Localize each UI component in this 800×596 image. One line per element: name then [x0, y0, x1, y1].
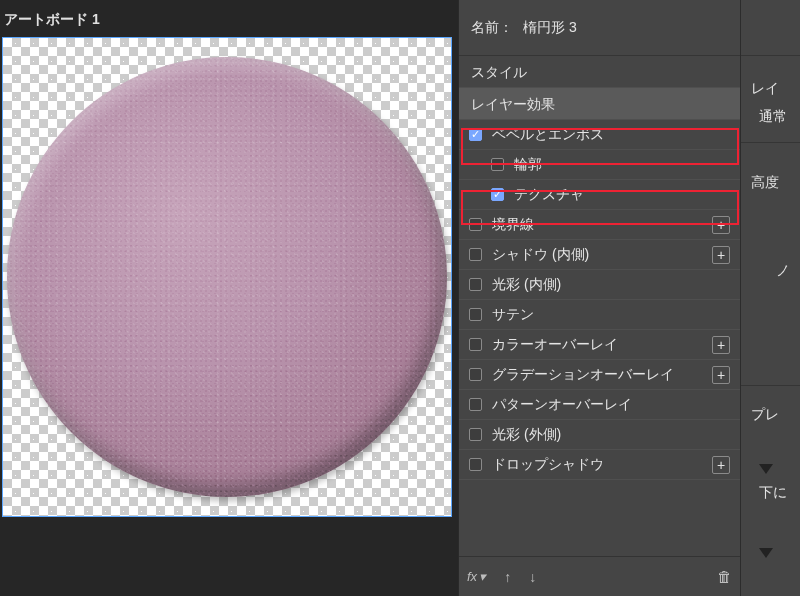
panel-footer: fx▾ ↑ ↓ 🗑 — [459, 556, 740, 596]
checkbox-pattern-overlay[interactable] — [469, 398, 482, 411]
arrow-down-icon[interactable]: ↓ — [529, 569, 536, 585]
right-title-layer: レイ — [741, 66, 800, 108]
label-color-overlay: カラーオーバーレイ — [492, 336, 712, 354]
label-satin: サテン — [492, 306, 730, 324]
right-title-height: 高度 — [741, 160, 800, 202]
slider-2[interactable] — [741, 518, 800, 568]
arrow-up-icon[interactable]: ↑ — [504, 569, 511, 585]
right-below: 下に — [741, 484, 800, 518]
fx-icon[interactable]: fx▾ — [467, 569, 486, 584]
ellipse-shape[interactable] — [7, 57, 447, 497]
plus-icon[interactable]: + — [712, 216, 730, 234]
checkbox-drop-shadow[interactable] — [469, 458, 482, 471]
checkbox-outer-glow[interactable] — [469, 428, 482, 441]
ellipse-wrap — [7, 57, 447, 497]
label-contour: 輪郭 — [514, 156, 730, 174]
label-bevel: ベベルとエンボス — [492, 126, 730, 144]
row-inner-shadow[interactable]: シャドウ (内側) + — [459, 240, 740, 270]
label-pattern-overlay: パターンオーバーレイ — [492, 396, 730, 414]
checkbox-texture[interactable] — [491, 188, 504, 201]
label-stroke: 境界線 — [492, 216, 712, 234]
right-group-1: レイ 通常 — [741, 56, 800, 142]
section-layer-effect[interactable]: レイヤー効果 — [459, 88, 740, 120]
row-bevel-emboss[interactable]: ベベルとエンボス — [459, 120, 740, 150]
label-inner-glow: 光彩 (内側) — [492, 276, 730, 294]
row-satin[interactable]: サテン — [459, 300, 740, 330]
label-drop-shadow: ドロップシャドウ — [492, 456, 712, 474]
row-outer-glow[interactable]: 光彩 (外側) — [459, 420, 740, 450]
row-stroke[interactable]: 境界線 + — [459, 210, 740, 240]
row-pattern-overlay[interactable]: パターンオーバーレイ — [459, 390, 740, 420]
section-styles[interactable]: スタイル — [459, 56, 740, 88]
panel-right: レイ 通常 高度 ノ プレ 下に — [741, 0, 800, 596]
panel-main: 名前： 楕円形 3 スタイル レイヤー効果 ベベルとエンボス 輪郭 テクスチャ — [459, 0, 741, 596]
checkbox-gradient-overlay[interactable] — [469, 368, 482, 381]
label-outer-glow: 光彩 (外側) — [492, 426, 730, 444]
right-title-preview: プレ — [741, 386, 800, 434]
row-color-overlay[interactable]: カラーオーバーレイ + — [459, 330, 740, 360]
checkbox-satin[interactable] — [469, 308, 482, 321]
row-contour[interactable]: 輪郭 — [459, 150, 740, 180]
canvas-frame[interactable] — [2, 37, 452, 517]
row-drop-shadow[interactable]: ドロップシャドウ + — [459, 450, 740, 480]
row-gradient-overlay[interactable]: グラデーションオーバーレイ + — [459, 360, 740, 390]
row-texture[interactable]: テクスチャ — [459, 180, 740, 210]
plus-icon[interactable]: + — [712, 366, 730, 384]
row-inner-glow[interactable]: 光彩 (内側) — [459, 270, 740, 300]
name-label: 名前： — [471, 19, 513, 37]
checkbox-color-overlay[interactable] — [469, 338, 482, 351]
slider-knob-icon — [759, 548, 773, 558]
plus-icon[interactable]: + — [712, 456, 730, 474]
plus-icon[interactable]: + — [712, 246, 730, 264]
styles-list: スタイル レイヤー効果 ベベルとエンボス 輪郭 テクスチャ 境界線 — [459, 56, 740, 556]
label-gradient-overlay: グラデーションオーバーレイ — [492, 366, 712, 384]
name-value[interactable]: 楕円形 3 — [523, 19, 577, 37]
label-texture: テクスチャ — [514, 186, 730, 204]
checkbox-contour[interactable] — [491, 158, 504, 171]
checkbox-inner-glow[interactable] — [469, 278, 482, 291]
right-slash: ノ — [741, 262, 800, 296]
checkbox-inner-shadow[interactable] — [469, 248, 482, 261]
plus-icon[interactable]: + — [712, 336, 730, 354]
app-root: アートボード 1 名前： 楕円形 3 スタイル レイヤー効果 ベベルとエンボス — [0, 0, 800, 596]
slider-knob-icon — [759, 464, 773, 474]
checkbox-stroke[interactable] — [469, 218, 482, 231]
artboard-label: アートボード 1 — [0, 0, 458, 37]
checkbox-bevel[interactable] — [469, 128, 482, 141]
layer-style-panel: 名前： 楕円形 3 スタイル レイヤー効果 ベベルとエンボス 輪郭 テクスチャ — [458, 0, 800, 596]
trash-icon[interactable]: 🗑 — [717, 568, 732, 585]
right-normal: 通常 — [741, 108, 800, 142]
slider-1[interactable] — [741, 434, 800, 484]
canvas-area: アートボード 1 — [0, 0, 458, 596]
name-row: 名前： 楕円形 3 — [459, 0, 740, 56]
label-inner-shadow: シャドウ (内側) — [492, 246, 712, 264]
